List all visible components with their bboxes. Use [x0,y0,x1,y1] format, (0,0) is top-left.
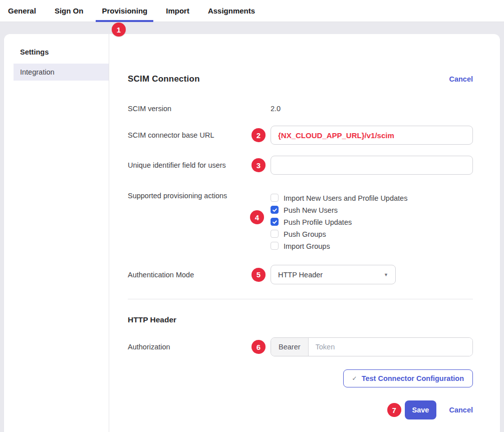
token-input[interactable] [309,338,472,356]
step-badge-5: 5 [251,268,266,282]
page-title: SCIM Connection [128,74,200,84]
http-header-section-title: HTTP Header [128,315,473,324]
base-url-label: SCIM connector base URL [128,131,271,139]
checkbox-import-groups[interactable] [271,242,279,250]
authorization-row: Authorization 6 Bearer [128,337,473,356]
cancel-link-top[interactable]: Cancel [449,75,473,83]
tab-sign-on[interactable]: Sign On [55,0,84,22]
tab-assignments[interactable]: Assignments [208,0,255,22]
checkbox-label: Import New Users and Profile Updates [284,194,407,202]
scim-version-value: 2.0 [271,105,281,113]
unique-id-input[interactable] [271,156,473,175]
step-badge-7: 7 [387,403,401,417]
provisioning-actions-group: 4 Import New Users and Profile Updates P… [271,192,473,252]
step-badge-2: 2 [251,128,266,142]
settings-card: Settings Integration SCIM Connection Can… [4,34,500,432]
app-tabbar: General Sign On Provisioning Import Assi… [0,0,504,22]
base-url-row: SCIM connector base URL 2 [128,126,473,145]
auth-mode-row: Authentication Mode 5 HTTP Header ▼ [128,265,473,284]
bearer-prefix: Bearer [271,338,309,356]
checkbox-push-new-users[interactable] [271,206,279,214]
step-badge-1: 1 [112,23,126,37]
checkbox-label: Push New Users [284,206,338,214]
checkbox-push-groups[interactable] [271,230,279,238]
unique-id-row: Unique identifier field for users 3 [128,156,473,175]
checkbox-row-push-new-users[interactable]: Push New Users [271,204,473,216]
authorization-label: Authorization [128,343,271,351]
section-divider [128,299,473,299]
provisioning-actions-label: Supported provisioning actions [128,192,271,200]
auth-mode-label: Authentication Mode [128,271,271,279]
settings-sidebar: Settings Integration [4,34,109,432]
checkbox-label: Push Groups [284,230,326,238]
cancel-link-bottom[interactable]: Cancel [449,406,473,414]
unique-id-label: Unique identifier field for users [128,161,271,169]
base-url-input[interactable] [271,126,473,145]
checkbox-import-new-users[interactable] [271,194,279,202]
save-button[interactable]: Save [405,400,437,419]
sidebar-item-integration[interactable]: Integration [14,64,109,81]
auth-mode-select[interactable]: HTTP Header ▼ [271,265,396,284]
tab-provisioning[interactable]: Provisioning [102,0,147,22]
chevron-down-icon: ▼ [384,272,388,277]
test-connector-button[interactable]: ✓ Test Connector Configuration [343,369,473,387]
test-connector-label: Test Connector Configuration [362,374,464,382]
checkbox-label: Push Profile Updates [284,218,352,226]
tab-import[interactable]: Import [166,0,189,22]
step-badge-3: 3 [251,158,266,172]
step-badge-6: 6 [251,340,266,354]
scim-version-label: SCIM version [128,105,271,113]
auth-mode-selected-value: HTTP Header [278,271,323,279]
check-icon: ✓ [352,375,357,382]
sidebar-header: Settings [20,48,109,56]
authorization-control: Bearer [271,337,473,356]
scim-version-row: SCIM version 2.0 [128,104,473,113]
checkbox-row-import-new-users[interactable]: Import New Users and Profile Updates [271,192,473,204]
provisioning-actions-row: Supported provisioning actions 4 Import … [128,192,473,252]
checkbox-row-push-groups[interactable]: Push Groups [271,228,473,240]
checkbox-row-push-profile-updates[interactable]: Push Profile Updates [271,216,473,228]
checkbox-row-import-groups[interactable]: Import Groups [271,240,473,252]
tab-general[interactable]: General [8,0,36,22]
checkbox-label: Import Groups [284,242,330,250]
step-badge-4: 4 [250,210,264,224]
scim-connection-panel: SCIM Connection Cancel SCIM version 2.0 … [109,34,500,432]
checkbox-push-profile-updates[interactable] [271,218,279,226]
